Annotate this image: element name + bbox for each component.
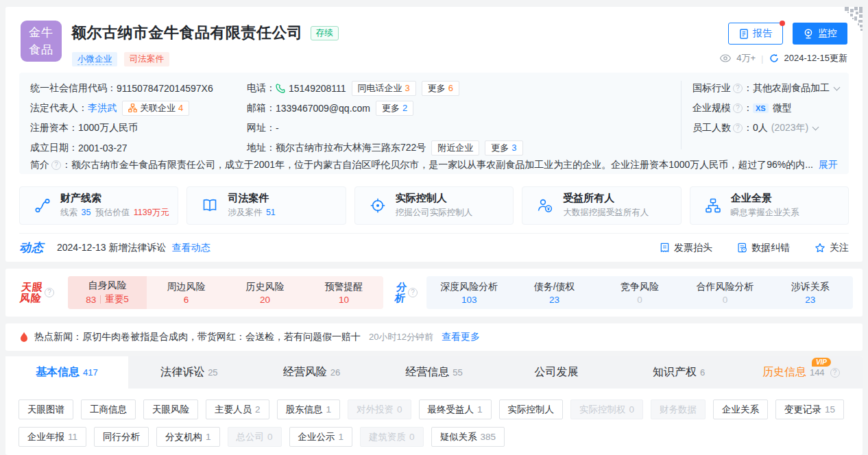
warning-reminder-item[interactable]: 预警提醒 10: [304, 276, 383, 309]
analysis-panel: 深度风险分析 103 债务/债权 23 竞争风险 0 合作风险分析 0 涉诉关系…: [426, 276, 853, 309]
phone-icon: [276, 84, 285, 93]
actual-controller-card[interactable]: 实际控制人 挖掘公司实际控制人: [354, 186, 514, 225]
views-icon: [720, 54, 731, 62]
tab-operation-info[interactable]: 经营信息55: [373, 356, 496, 389]
company-info-panel: 统一社会信用代码： 9115078472014597X6 法定代表人： 李洪武 …: [19, 73, 849, 174]
nav-change-records[interactable]: 变更记录15: [775, 399, 844, 419]
nav-company-announcement[interactable]: 企业公示1: [289, 427, 353, 447]
report-button[interactable]: 报告: [728, 23, 783, 45]
nav-tianyan-graph[interactable]: 天眼图谱: [19, 399, 73, 419]
legal-representative-row: 法定代表人： 李洪武 关联企业 4: [30, 98, 213, 118]
nav-branches[interactable]: 分支机构1: [156, 427, 220, 447]
help-icon[interactable]: ?: [733, 103, 743, 113]
hot-news-bar: 热点新闻： 原切牛肉卷被指是合成肉，带货网红：会送检，若有问题假一赔十 20小时…: [5, 323, 863, 351]
company-panorama-card[interactable]: 企业全景 瞬息掌握企业关系: [690, 186, 849, 225]
website-value: -: [276, 123, 279, 134]
tag-small-micro-enterprise[interactable]: 小微企业: [72, 52, 117, 66]
history-risk-item[interactable]: 历史风险 20: [226, 276, 304, 309]
help-icon[interactable]: ?: [45, 288, 54, 297]
tab-history-info[interactable]: VIP 历史信息144 ?: [740, 356, 863, 389]
vip-badge: VIP: [812, 358, 831, 367]
nav-shareholders[interactable]: 股东信息1: [277, 399, 341, 419]
nav-ultimate-beneficiary[interactable]: 最终受益人1: [419, 399, 492, 419]
nav-key-personnel[interactable]: 主要人员2: [206, 399, 269, 419]
clue-icon: [34, 197, 51, 214]
nav-suspected-relations[interactable]: 疑似关系385: [431, 427, 505, 447]
judicial-cases-card[interactable]: 司法案件 涉及案件 51: [186, 186, 346, 225]
tab-operation-risk[interactable]: 经营风险26: [250, 356, 373, 389]
help-icon[interactable]: ?: [408, 288, 418, 297]
tab-legal-proceedings[interactable]: 法律诉讼25: [128, 356, 251, 389]
company-overview-card: 金牛 食品 额尔古纳市金牛食品有限责任公司 存续 小微企业 司法案件 报告 监控…: [5, 7, 863, 262]
star-icon: [815, 243, 825, 254]
view-dynamic-link[interactable]: 查看动态: [172, 242, 210, 254]
same-phone-companies-chip[interactable]: 同电话企业 3: [352, 81, 416, 96]
phone-more-chip[interactable]: 更多 6: [422, 81, 459, 96]
litigation-relation-item[interactable]: 涉诉关系 23: [768, 276, 853, 309]
phone-row: 电话： 15149208111 同电话企业 3 更多 6: [247, 78, 523, 98]
news-more-link[interactable]: 查看更多: [442, 331, 480, 343]
registered-capital-row: 注册资本： 1000万人民币: [30, 118, 213, 138]
email-more-chip[interactable]: 更多 2: [376, 101, 413, 116]
invoice-title-button[interactable]: 发票抬头: [660, 242, 712, 254]
deep-risk-analysis-item[interactable]: 深度风险分析 103: [426, 276, 511, 309]
nav-outbound-investment: 对外投资0: [348, 399, 411, 419]
company-scale-row: 企业规模 ? ： XS 微型: [692, 98, 839, 118]
case-book-icon: [202, 197, 218, 214]
beneficial-owner-card[interactable]: 受益所有人 大数据挖掘受益所有人: [522, 186, 681, 225]
surrounding-risk-item[interactable]: 周边风险 6: [147, 276, 226, 309]
nearby-companies-chip[interactable]: 附近企业: [431, 140, 479, 156]
monitor-icon: [803, 28, 814, 39]
company-intro-row: 简介 ? ： 额尔古纳市金牛食品有限责任公司，成立于2001年，位于内蒙古自治区…: [30, 156, 839, 174]
update-date: 2024-12-15更新: [784, 52, 848, 64]
invoice-icon: [660, 243, 670, 253]
tab-intellectual-property[interactable]: 知识产权6: [618, 356, 740, 389]
monitor-button[interactable]: 监控: [793, 23, 847, 45]
refresh-icon[interactable]: [769, 53, 779, 63]
tag-judicial-case[interactable]: 司法案件: [124, 52, 169, 66]
nav-annual-report[interactable]: 企业年报11: [19, 427, 86, 447]
staff-count-row: 员工人数 ? ： 0人 (2023年): [692, 118, 839, 138]
help-icon[interactable]: ?: [733, 84, 743, 93]
tab-basic-info[interactable]: 基本信息417: [5, 356, 128, 389]
scale-value: 微型: [773, 102, 792, 114]
nav-chip-row-2: 企业年报11 同行分析 分支机构1 总公司0 企业公示1 建筑资质0 疑似关系3…: [19, 427, 849, 447]
intro-expand-link[interactable]: 展开: [819, 159, 838, 171]
nav-actual-controller[interactable]: 实际控制人: [499, 399, 564, 419]
intro-text: 额尔古纳市金牛食品有限责任公司，成立于2001年，位于内蒙古自治区呼伦贝尔市，是…: [71, 159, 813, 171]
nav-tianyan-risk[interactable]: 天眼风险: [143, 399, 198, 419]
tab-bar: 基本信息417 法律诉讼25 经营风险26 经营信息55 公司发展 知识产权6 …: [5, 356, 863, 389]
cooperation-risk-item[interactable]: 合作风险分析 0: [682, 276, 767, 309]
nav-company-relations[interactable]: 企业关系: [713, 399, 768, 419]
target-icon: [370, 197, 386, 214]
credit-code-value: 9115078472014597X6: [117, 83, 213, 94]
scale-badge: XS: [753, 103, 769, 113]
self-risk-item[interactable]: 自身风险 83重要5: [68, 276, 147, 309]
industry-row: 国标行业 ? ： 其他农副食品加工: [692, 78, 839, 98]
flame-icon: [19, 332, 29, 343]
tab-company-development[interactable]: 公司发展: [495, 356, 618, 389]
chevron-down-icon[interactable]: [812, 124, 819, 131]
legal-representative-link[interactable]: 李洪武: [88, 102, 117, 114]
competition-risk-item[interactable]: 竞争风险 0: [597, 276, 682, 309]
nav-business-info[interactable]: 工商信息: [81, 399, 136, 419]
chevron-down-icon[interactable]: [834, 84, 841, 91]
hierarchy-icon: [128, 103, 137, 112]
debt-credit-item[interactable]: 债务/债权 23: [511, 276, 596, 309]
document-icon: [739, 29, 749, 39]
help-icon[interactable]: ?: [733, 123, 743, 133]
website-row: 网址： -: [247, 118, 523, 138]
news-time: 20小时12分钟前: [369, 331, 433, 343]
help-icon[interactable]: ?: [830, 368, 840, 378]
related-companies-chip[interactable]: 关联企业 4: [122, 101, 189, 116]
nav-chip-row-1: 天眼图谱 工商信息 天眼风险 主要人员2 股东信息1 对外投资0 最终受益人1 …: [19, 399, 849, 419]
data-correction-button[interactable]: 数据纠错: [737, 242, 790, 254]
address-more-chip[interactable]: 更多 3: [485, 140, 522, 156]
company-name: 额尔古纳市金牛食品有限责任公司: [71, 23, 303, 43]
help-icon[interactable]: ?: [51, 160, 61, 170]
data-correction-icon: [737, 243, 747, 253]
asset-clues-card[interactable]: 财产线索 线索 35 预估价值 1139万元: [19, 186, 178, 225]
dynamic-text: 2024-12-13 新增法律诉讼: [57, 242, 167, 254]
nav-peer-analysis[interactable]: 同行分析: [94, 427, 149, 447]
follow-button[interactable]: 关注: [815, 242, 849, 254]
